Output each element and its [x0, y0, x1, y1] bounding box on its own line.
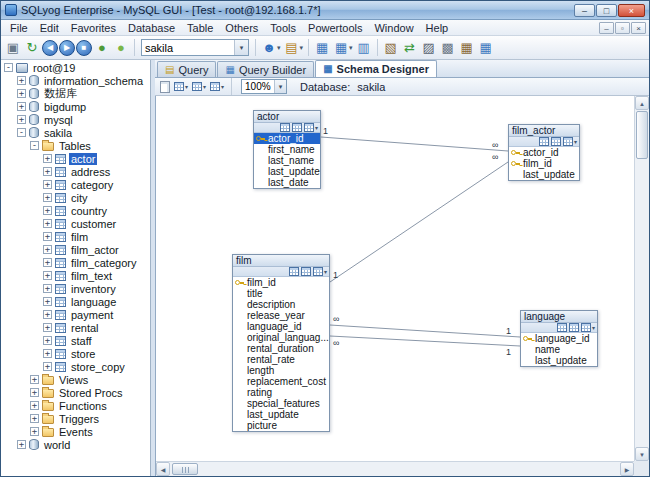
field-length[interactable]: length — [233, 365, 329, 376]
tab-query[interactable]: ▤Query — [157, 61, 216, 77]
relationship-line[interactable] — [330, 325, 520, 337]
menu-item-favorites[interactable]: Favorites — [65, 21, 122, 35]
field-last_update[interactable]: last_update — [521, 355, 597, 366]
field-rental_rate[interactable]: rental_rate — [233, 354, 329, 365]
import-external-data-icon[interactable]: ▦ — [332, 39, 350, 57]
tree-item-world[interactable]: +world — [1, 438, 150, 451]
diagram-table-title[interactable]: film_actor — [509, 125, 579, 137]
menu-item-tools[interactable]: Tools — [264, 21, 302, 35]
tree-item-数据库[interactable]: +数据库 — [1, 87, 150, 100]
table-indexes-button[interactable] — [569, 323, 579, 332]
child-close-button[interactable]: × — [631, 22, 646, 34]
table-fields-button[interactable] — [280, 123, 290, 132]
tree-item-events[interactable]: +Events — [1, 425, 150, 438]
field-original_languag...[interactable]: original_languag... — [233, 332, 329, 343]
tree-item-triggers[interactable]: +Triggers — [1, 412, 150, 425]
table-menu-button[interactable]: ▾ — [563, 137, 577, 146]
tree-item-views[interactable]: +Views — [1, 373, 150, 386]
expand-icon[interactable]: + — [17, 76, 26, 85]
expand-icon[interactable]: + — [30, 388, 39, 397]
horizontal-scroll-thumb[interactable] — [172, 463, 198, 475]
table-fields-button[interactable] — [289, 267, 299, 276]
table-menu-button[interactable]: ▾ — [313, 267, 327, 276]
zoom-select[interactable]: 100% ▾ — [241, 79, 287, 94]
blob-viewer-icon[interactable]: ▤ — [283, 39, 301, 57]
field-rating[interactable]: rating — [233, 387, 329, 398]
forward-icon[interactable]: ▶ — [59, 40, 75, 56]
close-button[interactable]: × — [618, 4, 645, 17]
back-icon[interactable]: ◀ — [42, 40, 58, 56]
database-combo[interactable]: sakila▾ — [141, 39, 249, 56]
tree-item-mysql[interactable]: +mysql — [1, 113, 150, 126]
tree-item-bigdump[interactable]: +bigdump — [1, 100, 150, 113]
table-indexes-button[interactable] — [301, 267, 311, 276]
table-menu-button[interactable]: ▾ — [581, 323, 595, 332]
expand-icon[interactable]: + — [17, 102, 26, 111]
expand-icon[interactable]: + — [43, 323, 52, 332]
scroll-right-button[interactable]: ▶ — [620, 462, 634, 476]
chevron-down-icon[interactable]: ▾ — [274, 80, 286, 93]
diagram-table-title[interactable]: actor — [254, 111, 320, 123]
expand-icon[interactable]: + — [30, 401, 39, 410]
expand-icon[interactable]: + — [43, 232, 52, 241]
collapse-icon[interactable]: - — [17, 128, 26, 137]
diagram-table-title[interactable]: language — [521, 311, 597, 323]
refresh-connection-icon[interactable]: ↻ — [23, 39, 41, 57]
menu-item-others[interactable]: Others — [219, 21, 264, 35]
expand-icon[interactable]: + — [43, 219, 52, 228]
diagram-table-film_actor[interactable]: film_actor▾actor_idfilm_idlast_update — [508, 124, 580, 181]
expand-icon[interactable]: + — [30, 375, 39, 384]
diagram-table-actor[interactable]: actor▾actor_idfirst_namelast_namelast_up… — [253, 110, 321, 189]
field-last_name[interactable]: last_name — [254, 155, 320, 166]
tree-item-film_actor[interactable]: +film_actor — [1, 243, 150, 256]
scroll-left-button[interactable]: ◀ — [156, 462, 170, 476]
menu-item-file[interactable]: File — [4, 21, 34, 35]
tree-item-actor[interactable]: +actor — [1, 152, 150, 165]
tree-item-store[interactable]: +store — [1, 347, 150, 360]
field-actor_id[interactable]: actor_id — [509, 147, 579, 158]
menu-item-edit[interactable]: Edit — [34, 21, 65, 35]
field-replacement_cost[interactable]: replacement_cost — [233, 376, 329, 387]
tree-item-film_text[interactable]: +film_text — [1, 269, 150, 282]
tab-query-builder[interactable]: ▦Query Builder — [217, 61, 314, 77]
scroll-up-button[interactable]: ▲ — [635, 96, 649, 110]
expand-icon[interactable]: + — [17, 440, 26, 449]
expand-icon[interactable]: + — [43, 284, 52, 293]
diagram-table-language[interactable]: language▾language_idnamelast_update — [520, 310, 598, 367]
table-menu-button[interactable]: ▾ — [304, 123, 318, 132]
tree-item-staff[interactable]: +staff — [1, 334, 150, 347]
expand-icon[interactable]: + — [43, 362, 52, 371]
tree-item-sakila[interactable]: -sakila — [1, 126, 150, 139]
tree-item-store_copy[interactable]: +store_copy — [1, 360, 150, 373]
tree-item-country[interactable]: +country — [1, 204, 150, 217]
insert-update-icon[interactable]: ▦ — [313, 39, 331, 57]
expand-icon[interactable]: + — [43, 154, 52, 163]
field-last_update[interactable]: last_update — [233, 409, 329, 420]
child-restore-button[interactable]: ▫ — [615, 22, 630, 34]
relationship-line[interactable] — [330, 162, 508, 282]
field-last_update[interactable]: last_update — [509, 169, 579, 180]
field-first_name[interactable]: first_name — [254, 144, 320, 155]
expand-icon[interactable]: + — [43, 310, 52, 319]
tree-item-payment[interactable]: +payment — [1, 308, 150, 321]
add-table-button[interactable]: ▾ — [174, 82, 188, 91]
tree-item-inventory[interactable]: +inventory — [1, 282, 150, 295]
field-description[interactable]: description — [233, 299, 329, 310]
vertical-scrollbar[interactable]: ▲ ▼ — [634, 96, 649, 461]
expand-icon[interactable]: + — [43, 206, 52, 215]
child-minimize-button[interactable]: – — [599, 22, 614, 34]
collapse-icon[interactable]: - — [4, 63, 13, 72]
menu-item-window[interactable]: Window — [368, 21, 419, 35]
tree-item-address[interactable]: +address — [1, 165, 150, 178]
tree-item-film[interactable]: +film — [1, 230, 150, 243]
table-fields-button[interactable] — [539, 137, 549, 146]
field-film_id[interactable]: film_id — [509, 158, 579, 169]
new-connection-icon[interactable]: ▣ — [4, 39, 22, 57]
diagram-table-film[interactable]: film▾film_idtitledescriptionrelease_year… — [232, 254, 330, 432]
menu-item-database[interactable]: Database — [122, 21, 181, 35]
stop-icon[interactable]: ■ — [76, 40, 92, 56]
export-data-icon[interactable]: ▥ — [355, 39, 373, 57]
maximize-button[interactable]: □ — [596, 4, 617, 17]
field-release_year[interactable]: release_year — [233, 310, 329, 321]
menu-item-table[interactable]: Table — [181, 21, 219, 35]
